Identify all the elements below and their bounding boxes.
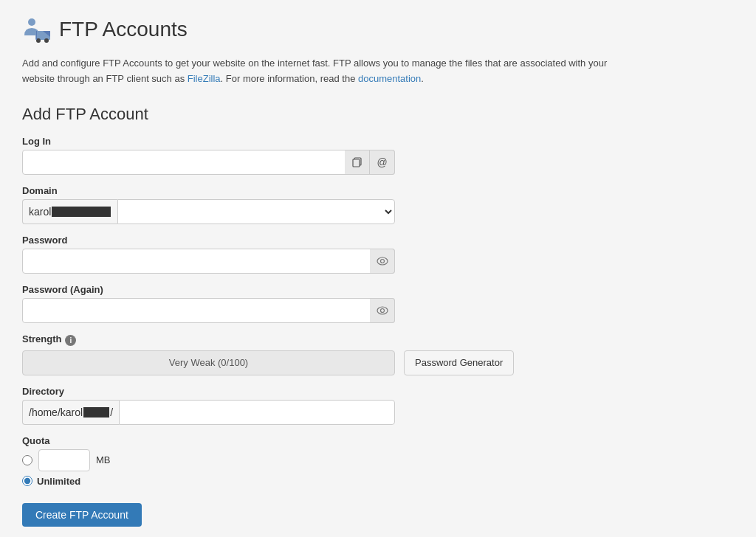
quota-unlimited-radio[interactable] (22, 476, 32, 486)
page-title: FTP Accounts (59, 18, 188, 41)
form-section-title: Add FTP Account (22, 105, 734, 124)
password-again-eye-btn[interactable] (370, 298, 395, 323)
svg-point-9 (380, 259, 384, 263)
directory-group: Directory /home/karol/ (22, 386, 734, 425)
password-eye-btn[interactable] (370, 249, 395, 274)
login-input-wrapper: @ (22, 150, 395, 175)
svg-point-8 (377, 257, 388, 265)
directory-wrapper: /home/karol/ (22, 400, 395, 425)
password-again-input-wrapper (22, 298, 395, 323)
page-description: Add and configure FTP Accounts to get yo… (22, 56, 613, 87)
ftp-icon (22, 15, 52, 44)
svg-point-11 (380, 308, 384, 312)
dir-redacted (83, 407, 109, 418)
password-input-wrapper (22, 249, 395, 274)
password-group: Password (22, 235, 734, 274)
quota-section: Quota 2000 MB Unlimited (22, 435, 734, 487)
domain-group: Domain karol (22, 185, 734, 224)
password-label: Password (22, 235, 734, 246)
page-header: FTP Accounts (22, 15, 734, 44)
strength-group: Strength i Very Weak (0/100) Password Ge… (22, 333, 734, 375)
strength-label-row: Strength i (22, 333, 734, 347)
unlimited-label: Unlimited (37, 476, 80, 487)
directory-label: Directory (22, 386, 734, 397)
login-at-btn[interactable]: @ (370, 150, 395, 175)
password-again-label: Password (Again) (22, 284, 734, 295)
quota-value-input[interactable]: 2000 (38, 449, 90, 471)
password-generator-button[interactable]: Password Generator (404, 350, 514, 375)
svg-rect-7 (353, 159, 360, 167)
password-again-group: Password (Again) (22, 284, 734, 323)
svg-point-4 (44, 38, 49, 43)
domain-label: Domain (22, 185, 734, 196)
directory-prefix: /home/karol/ (22, 400, 119, 425)
quota-unit: MB (96, 454, 111, 465)
svg-point-0 (28, 18, 35, 26)
filezilla-link[interactable]: FileZilla (188, 73, 221, 84)
documentation-link[interactable]: documentation (358, 73, 421, 84)
quota-mb-radio[interactable] (22, 455, 32, 465)
quota-mb-row: 2000 MB (22, 449, 734, 471)
directory-input[interactable] (119, 400, 395, 425)
strength-row: Very Weak (0/100) Password Generator (22, 350, 734, 375)
strength-label: Strength (22, 333, 61, 344)
login-copy-btn[interactable] (345, 150, 370, 175)
create-ftp-account-button[interactable]: Create FTP Account (22, 503, 142, 527)
password-input[interactable] (22, 249, 395, 274)
domain-redacted (52, 207, 111, 217)
login-label: Log In (22, 136, 734, 147)
quota-label: Quota (22, 435, 734, 446)
login-icons: @ (345, 150, 395, 175)
password-again-input[interactable] (22, 298, 395, 323)
svg-rect-5 (36, 31, 37, 40)
login-input[interactable] (22, 150, 395, 175)
strength-bar: Very Weak (0/100) (22, 350, 395, 375)
domain-wrapper: karol (22, 199, 395, 224)
svg-point-10 (377, 307, 388, 314)
quota-unlimited-row: Unlimited (22, 476, 734, 487)
domain-select[interactable] (117, 199, 395, 224)
strength-info-icon[interactable]: i (65, 335, 76, 346)
login-group: Log In @ (22, 136, 734, 175)
domain-prefix: karol (22, 199, 117, 224)
